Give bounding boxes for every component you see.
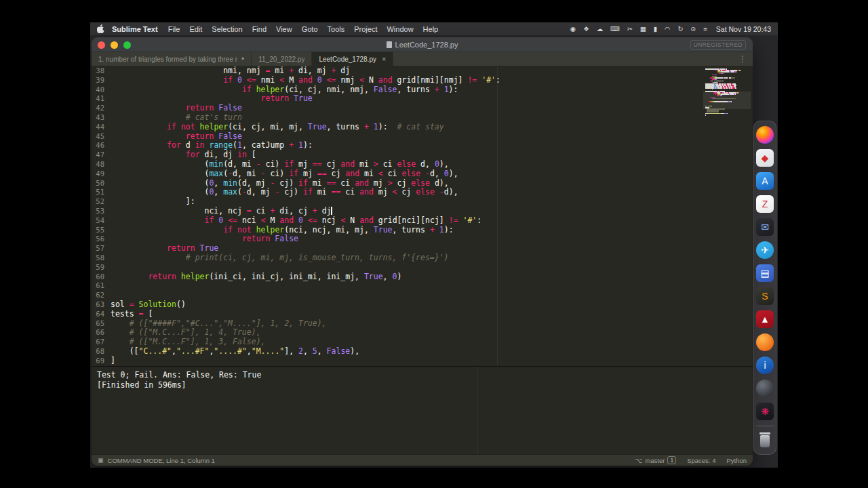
notes-app-icon[interactable]: ▤ xyxy=(756,264,774,282)
trash-bin xyxy=(760,435,770,447)
git-branch-name: master xyxy=(645,457,665,464)
menu-item-tools[interactable]: Tools xyxy=(328,25,345,33)
code-text: if helper(ci, cj, nmi, nmj, False, turns… xyxy=(111,85,458,95)
line-number: 56 xyxy=(92,235,111,244)
code-line[interactable]: 68 (["C...#","...#F","....#","M...."], 2… xyxy=(92,347,500,357)
menu-app-name[interactable]: Sublime Text xyxy=(112,25,158,33)
menu-item-selection[interactable]: Selection xyxy=(212,25,242,33)
code-line[interactable]: 40 if helper(ci, cj, nmi, nmj, False, tu… xyxy=(92,85,500,95)
info-app-icon[interactable]: i xyxy=(756,357,774,374)
code-line[interactable]: 67 # (["M.C...F"], 1, 3, False), xyxy=(92,338,500,347)
code-line[interactable]: 38 nmi, nmj = mi + di, mj + dj xyxy=(92,66,500,76)
code-text: if 0 <= nci < M and 0 <= ncj < N and gri… xyxy=(111,216,481,226)
output-column-ruler xyxy=(477,367,478,454)
sublime-text-icon[interactable]: S xyxy=(756,287,774,305)
code-line[interactable]: 66 # (["M.C...F"], 1, 4, True), xyxy=(92,328,500,338)
menu-clock[interactable]: Sat Nov 19 20:43 xyxy=(716,25,771,33)
code-line[interactable]: 61 xyxy=(92,281,500,291)
code-line[interactable]: 41 return True xyxy=(92,94,500,104)
code-line[interactable]: 43 # cat's turn xyxy=(92,113,500,123)
media-app-icon[interactable]: ❋ xyxy=(756,403,774,420)
globe-app-icon[interactable] xyxy=(756,380,774,397)
tab-label: 1. number of triangles formed by taking … xyxy=(98,56,237,63)
title-bar[interactable]: LeetCode_1728.py UNREGISTERED xyxy=(92,37,753,52)
code-line[interactable]: 52 ]: xyxy=(92,197,500,207)
indentation-setting[interactable]: Spaces: 4 xyxy=(687,457,715,464)
line-number: 69 xyxy=(92,357,111,366)
code-line[interactable]: 63sol = Solution() xyxy=(92,300,500,310)
stage-manager-icon[interactable]: ❖ xyxy=(583,26,589,33)
menu-item-goto[interactable]: Goto xyxy=(302,25,318,33)
code-line[interactable]: 51 (0, max(-d, mj - cj) if mi == ci and … xyxy=(92,188,500,197)
code-line[interactable]: 58 # print(ci, cj, mi, mj, is_mouse_turn… xyxy=(92,253,500,263)
code-line[interactable]: 50 (0, min(d, mj - cj) if mi == ci and m… xyxy=(92,179,500,188)
firefox-icon[interactable] xyxy=(756,126,774,144)
code-line[interactable]: 64tests = [ xyxy=(92,310,500,319)
code-line[interactable]: 65 # (["####F","#C...","M...."], 1, 2, T… xyxy=(92,319,500,329)
code-line[interactable]: 49 (max(-d, mi - ci) if mj == cj and mi … xyxy=(92,169,500,179)
stats-icon[interactable]: ▦ xyxy=(640,26,646,33)
battery-icon[interactable]: ▮ xyxy=(654,26,657,33)
menu-item-window[interactable]: Window xyxy=(387,25,413,33)
code-line[interactable]: 45 return False xyxy=(92,132,500,142)
wifi-icon[interactable]: ◠ xyxy=(665,26,670,33)
blue-app-icon[interactable]: A xyxy=(756,172,774,190)
code-line[interactable]: 54 if 0 <= nci < M and 0 <= ncj < N and … xyxy=(92,216,500,226)
code-line[interactable]: 48 (min(d, mi - ci) if mj == cj and mi >… xyxy=(92,160,500,169)
output-line: Test 0; Fail. Ans: False, Res: True xyxy=(97,370,753,380)
tab-2[interactable]: 11_20_2022.py xyxy=(252,52,312,66)
code-line[interactable]: 55 if not helper(nci, ncj, mi, mj, True,… xyxy=(92,226,500,235)
code-text: # (["M.C...F"], 1, 4, True), xyxy=(111,328,261,338)
messenger-app-icon[interactable]: ✈ xyxy=(756,241,774,259)
spotlight-icon[interactable]: ⊙ xyxy=(690,26,696,33)
line-number: 39 xyxy=(92,76,111,85)
mail-app-icon[interactable]: ✉ xyxy=(756,218,774,236)
git-branch-indicator[interactable]: ⌥ master 1 xyxy=(635,456,676,464)
icloud-icon[interactable]: ☁ xyxy=(597,26,604,33)
security-app-icon[interactable]: ◆ xyxy=(756,149,774,167)
code-line[interactable]: 39 if 0 <= nmi < M and 0 <= nmj < N and … xyxy=(92,76,500,85)
snip-icon[interactable]: ✂ xyxy=(627,26,633,33)
tab-overflow-button[interactable]: ⋮ xyxy=(732,54,753,64)
code-line[interactable]: 42 return False xyxy=(92,104,500,113)
tab-3[interactable]: LeetCode_1728.py× xyxy=(312,52,393,66)
code-line[interactable]: 44 if not helper(ci, cj, mi, mj, True, t… xyxy=(92,123,500,132)
keyboard-icon[interactable]: ⌨ xyxy=(610,26,620,33)
menu-item-find[interactable]: Find xyxy=(252,25,267,33)
syntax-setting[interactable]: Python xyxy=(726,457,747,464)
time-machine-icon[interactable]: ↻ xyxy=(677,26,683,33)
trash-icon[interactable] xyxy=(756,432,774,449)
code-line[interactable]: 56 return False xyxy=(92,235,500,244)
acrobat-icon[interactable]: ▲ xyxy=(756,310,774,328)
orange-app-icon[interactable] xyxy=(756,333,774,351)
menu-item-project[interactable]: Project xyxy=(354,25,377,33)
text-cursor xyxy=(331,207,332,215)
code-line[interactable]: 53 nci, ncj = ci + di, cj + dj xyxy=(92,207,500,216)
code-line[interactable]: 46 for d in range(1, catJump + 1): xyxy=(92,141,500,150)
zotero-icon[interactable]: Z xyxy=(756,195,774,213)
code-line[interactable]: 57 return True xyxy=(92,244,500,253)
code-line[interactable]: 69] xyxy=(92,357,500,366)
code-line[interactable]: 62 xyxy=(92,291,500,300)
code-line[interactable]: 59 xyxy=(92,263,500,272)
menu-item-help[interactable]: Help xyxy=(423,25,439,33)
code-text: (0, max(-d, mj - cj) if mi == ci and mj … xyxy=(111,188,458,197)
code-text: (["C...#","...#F","....#","M...."], 2, 5… xyxy=(111,347,359,357)
screen-record-icon[interactable]: ◉ xyxy=(570,26,576,33)
line-number: 57 xyxy=(92,244,111,253)
minimap[interactable] xyxy=(705,68,749,116)
tab-1[interactable]: 1. number of triangles formed by taking … xyxy=(92,52,252,66)
minimize-window-button[interactable] xyxy=(111,41,118,49)
code-line[interactable]: 60 return helper(ini_ci, ini_cj, ini_mi,… xyxy=(92,272,500,282)
line-number: 62 xyxy=(92,291,111,300)
tab-close-icon[interactable]: × xyxy=(382,55,386,63)
control-center-icon[interactable]: ≡ xyxy=(703,26,707,33)
menu-item-file[interactable]: File xyxy=(168,25,180,33)
menu-item-view[interactable]: View xyxy=(276,25,292,33)
zoom-window-button[interactable] xyxy=(123,41,131,49)
code-line[interactable]: 47 for di, dj in [ xyxy=(92,150,500,160)
code-editor[interactable]: 38 nmi, nmj = mi + di, mj + dj39 if 0 <=… xyxy=(92,66,753,366)
menu-item-edit[interactable]: Edit xyxy=(189,25,202,33)
close-window-button[interactable] xyxy=(98,41,105,49)
apple-menu[interactable] xyxy=(97,24,104,33)
